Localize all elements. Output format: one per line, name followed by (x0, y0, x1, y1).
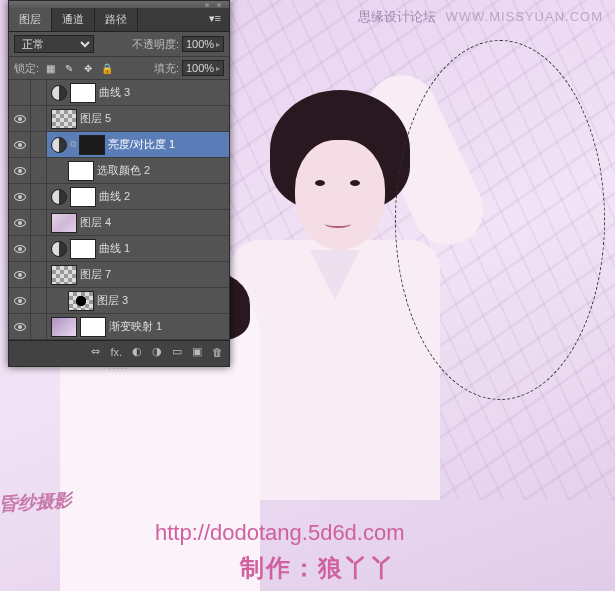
visibility-toggle[interactable] (9, 314, 31, 339)
eye-icon (14, 297, 26, 305)
layer-row-curves1[interactable]: 曲线 1 (9, 236, 229, 262)
layer-style-button[interactable]: fx. (110, 346, 122, 358)
tab-layers[interactable]: 图层 (9, 8, 52, 31)
new-adjustment-icon[interactable]: ◑ (152, 345, 162, 358)
panel-menu-icon[interactable]: ▾≡ (201, 8, 229, 31)
tab-paths[interactable]: 路径 (95, 8, 138, 31)
lock-position-icon[interactable]: ✥ (81, 61, 95, 75)
layer-row-curves2[interactable]: 曲线 2 (9, 184, 229, 210)
visibility-toggle[interactable] (9, 106, 31, 131)
blend-opacity-row: 正常 不透明度: 100%▸ (9, 32, 229, 57)
panel-resize-grip[interactable]: ::::: (9, 362, 229, 366)
layer-thumb[interactable] (51, 317, 77, 337)
panel-grip[interactable] (9, 1, 229, 8)
visibility-toggle[interactable] (9, 158, 31, 183)
eye-icon (14, 193, 26, 201)
delete-layer-icon[interactable]: 🗑 (212, 346, 223, 358)
lock-label: 锁定: (14, 61, 39, 76)
adjustment-icon (51, 241, 67, 257)
visibility-toggle[interactable] (9, 210, 31, 235)
tab-channels[interactable]: 通道 (52, 8, 95, 31)
layer-mask-thumb[interactable] (68, 161, 94, 181)
visibility-toggle[interactable] (9, 288, 31, 313)
forum-url: WWW.MISSYUAN.COM (445, 9, 603, 24)
new-group-icon[interactable]: ▭ (172, 345, 182, 358)
eye-icon (14, 219, 26, 227)
layer-name[interactable]: 渐变映射 1 (109, 319, 162, 334)
layer-name[interactable]: 曲线 2 (99, 189, 130, 204)
layer-name[interactable]: 图层 7 (80, 267, 111, 282)
layer-row-layer3[interactable]: 图层 3 (9, 288, 229, 314)
layer-row-gradient-map1[interactable]: 渐变映射 1 (9, 314, 229, 340)
layer-mask-thumb[interactable] (70, 187, 96, 207)
layer-thumb[interactable] (51, 109, 77, 129)
adjustment-icon (51, 137, 67, 153)
layer-row-layer7[interactable]: 图层 7 (9, 262, 229, 288)
layer-name[interactable]: 选取颜色 2 (97, 163, 150, 178)
visibility-toggle[interactable] (9, 262, 31, 287)
layer-thumb[interactable] (68, 291, 94, 311)
watermark-left: 昏纱摄影 (0, 488, 73, 516)
layer-row-layer5[interactable]: 图层 5 (9, 106, 229, 132)
visibility-toggle[interactable] (9, 184, 31, 209)
layer-mask-thumb[interactable] (70, 239, 96, 259)
fill-input[interactable]: 100%▸ (182, 60, 224, 76)
layer-mask-thumb[interactable] (70, 83, 96, 103)
adjustment-icon (51, 189, 67, 205)
eye-icon (14, 167, 26, 175)
layer-name[interactable]: 曲线 1 (99, 241, 130, 256)
eye-icon (14, 141, 26, 149)
layers-list[interactable]: 曲线 3 图层 5 ⧉ 亮度/对比度 1 (9, 80, 229, 340)
layer-name[interactable]: 图层 3 (97, 293, 128, 308)
eye-icon (14, 115, 26, 123)
credit-url: http://dodotang.5d6d.com (155, 520, 405, 546)
credit-author: 制作：狼丫丫 (240, 552, 396, 584)
layer-row-selective-color2[interactable]: 选取颜色 2 (9, 158, 229, 184)
layer-row-curves3[interactable]: 曲线 3 (9, 80, 229, 106)
eye-icon (14, 245, 26, 253)
lock-pixels-icon[interactable]: ✎ (62, 61, 76, 75)
layer-thumb[interactable] (51, 265, 77, 285)
eye-icon (14, 271, 26, 279)
layers-panel[interactable]: 图层 通道 路径 ▾≡ 正常 不透明度: 100%▸ 锁定: ▦ ✎ ✥ 🔒 填… (8, 0, 230, 367)
opacity-label: 不透明度: (132, 37, 179, 52)
lock-buttons: ▦ ✎ ✥ 🔒 (43, 61, 114, 75)
lock-fill-row: 锁定: ▦ ✎ ✥ 🔒 填充: 100%▸ (9, 57, 229, 80)
panel-footer: ⇔ fx. ◐ ◑ ▭ ▣ 🗑 (9, 340, 229, 362)
watermark-top: 思缘设计论坛 WWW.MISSYUAN.COM (358, 8, 603, 26)
eye-icon (14, 323, 26, 331)
layer-mask-thumb[interactable] (79, 135, 105, 155)
add-mask-icon[interactable]: ◐ (132, 345, 142, 358)
elliptical-selection-marquee[interactable] (395, 40, 605, 400)
fill-label: 填充: (154, 61, 179, 76)
layer-row-brightness-contrast[interactable]: ⧉ 亮度/对比度 1 (9, 132, 229, 158)
layer-mask-thumb[interactable] (80, 317, 106, 337)
lock-all-icon[interactable]: 🔒 (100, 61, 114, 75)
visibility-toggle[interactable] (9, 80, 31, 105)
layer-name[interactable]: 亮度/对比度 1 (108, 137, 175, 152)
layer-name[interactable]: 曲线 3 (99, 85, 130, 100)
lock-transparency-icon[interactable]: ▦ (43, 61, 57, 75)
link-icon: ⧉ (70, 139, 76, 150)
new-layer-icon[interactable]: ▣ (192, 345, 202, 358)
layer-row-layer4[interactable]: 图层 4 (9, 210, 229, 236)
layer-name[interactable]: 图层 4 (80, 215, 111, 230)
panel-tabs: 图层 通道 路径 ▾≡ (9, 8, 229, 32)
chevron-right-icon[interactable]: ▸ (216, 40, 220, 49)
blend-mode-select[interactable]: 正常 (14, 35, 94, 53)
layer-name[interactable]: 图层 5 (80, 111, 111, 126)
layer-thumb[interactable] (51, 213, 77, 233)
opacity-input[interactable]: 100%▸ (182, 36, 224, 52)
visibility-toggle[interactable] (9, 132, 31, 157)
link-layers-icon[interactable]: ⇔ (91, 345, 100, 358)
adjustment-icon (51, 85, 67, 101)
forum-name: 思缘设计论坛 (358, 9, 436, 24)
visibility-toggle[interactable] (9, 236, 31, 261)
chevron-right-icon[interactable]: ▸ (216, 64, 220, 73)
